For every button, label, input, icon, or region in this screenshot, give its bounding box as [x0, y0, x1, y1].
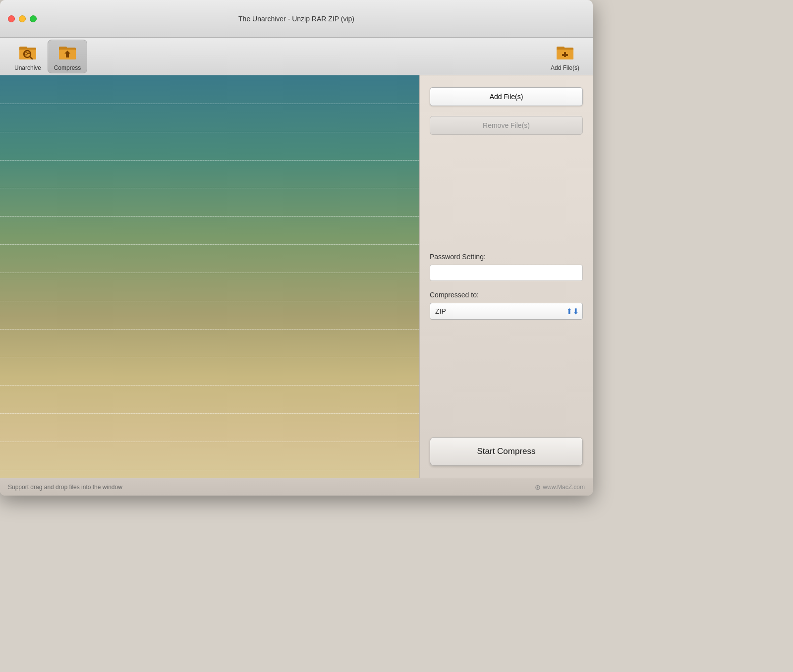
compress-label: Compress [54, 64, 81, 71]
toolbar-left: Unarchive Compress [8, 40, 87, 73]
window-title: The Unarchiver - Unzip RAR ZIP (vip) [238, 15, 354, 23]
remove-files-button: Remove File(s) [430, 116, 583, 135]
toolbar: Unarchive Compress [0, 38, 593, 75]
compress-icon [57, 42, 78, 62]
maximize-button[interactable] [30, 15, 37, 22]
unarchive-tab[interactable]: Unarchive [8, 40, 48, 73]
password-label: Password Setting: [430, 253, 583, 261]
grid-lines [0, 75, 419, 478]
add-files-button[interactable]: Add File(s) [430, 87, 583, 106]
watermark-icon: ⊛ [535, 483, 541, 491]
svg-rect-1 [19, 47, 27, 49]
title-bar: The Unarchiver - Unzip RAR ZIP (vip) [0, 0, 593, 38]
file-drop-panel[interactable] [0, 75, 419, 478]
start-compress-button[interactable]: Start Compress [430, 437, 583, 466]
compress-tab[interactable]: Compress [48, 40, 87, 73]
drag-hint-text: Support drag and drop files into the win… [8, 484, 122, 491]
unarchive-icon [17, 42, 38, 62]
close-button[interactable] [8, 15, 15, 22]
svg-rect-17 [562, 54, 568, 56]
password-section: Password Setting: [430, 253, 583, 281]
watermark-text: www.MacZ.com [543, 484, 585, 491]
status-bar: Support drag and drop files into the win… [0, 478, 593, 496]
control-panel: Add File(s) Remove File(s) Password Sett… [419, 75, 593, 478]
toolbar-add-files-button[interactable]: Add File(s) [545, 40, 585, 73]
compressed-to-label: Compressed to: [430, 291, 583, 299]
toolbar-right: Add File(s) [545, 40, 585, 73]
format-select-wrapper: ZIP TAR TAR.GZ TAR.BZ2 7Z ⬆⬇ [430, 303, 583, 320]
window-controls [8, 15, 37, 22]
toolbar-add-files-label: Add File(s) [551, 64, 579, 71]
svg-rect-14 [557, 47, 565, 49]
format-section: Compressed to: ZIP TAR TAR.GZ TAR.BZ2 7Z… [430, 291, 583, 320]
password-input[interactable] [430, 265, 583, 281]
main-content: Add File(s) Remove File(s) Password Sett… [0, 75, 593, 478]
unarchive-label: Unarchive [14, 64, 41, 71]
format-select[interactable]: ZIP TAR TAR.GZ TAR.BZ2 7Z [430, 303, 583, 320]
watermark: ⊛ www.MacZ.com [535, 483, 585, 491]
svg-rect-10 [59, 47, 67, 49]
add-files-icon [555, 42, 575, 62]
minimize-button[interactable] [19, 15, 26, 22]
